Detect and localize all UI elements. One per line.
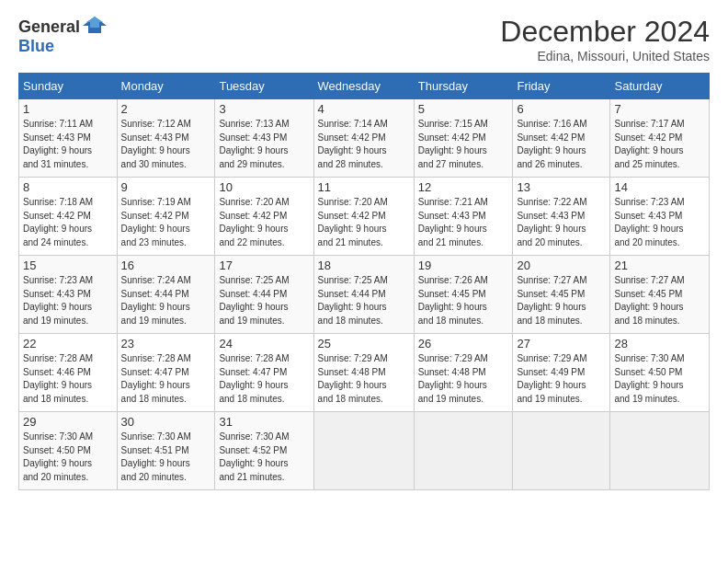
day-number: 9 — [121, 180, 211, 194]
calendar-cell: 25Sunrise: 7:29 AM Sunset: 4:48 PM Dayli… — [313, 334, 414, 412]
day-number: 27 — [517, 337, 606, 350]
calendar-cell — [313, 412, 414, 490]
calendar-cell: 30Sunrise: 7:30 AM Sunset: 4:51 PM Dayli… — [117, 412, 215, 490]
calendar-cell: 10Sunrise: 7:20 AM Sunset: 4:42 PM Dayli… — [215, 178, 313, 256]
day-number: 28 — [614, 337, 705, 350]
day-info: Sunrise: 7:20 AM Sunset: 4:42 PM Dayligh… — [318, 196, 410, 249]
calendar-week-5: 29Sunrise: 7:30 AM Sunset: 4:50 PM Dayli… — [19, 412, 710, 490]
logo-bird-icon — [83, 15, 107, 39]
calendar-cell: 19Sunrise: 7:26 AM Sunset: 4:45 PM Dayli… — [414, 256, 513, 334]
day-number: 16 — [121, 259, 211, 272]
day-number: 21 — [614, 259, 705, 272]
day-info: Sunrise: 7:27 AM Sunset: 4:45 PM Dayligh… — [517, 274, 606, 327]
calendar-cell: 20Sunrise: 7:27 AM Sunset: 4:45 PM Dayli… — [513, 256, 610, 334]
day-info: Sunrise: 7:25 AM Sunset: 4:44 PM Dayligh… — [219, 274, 309, 327]
day-number: 11 — [318, 180, 410, 194]
logo-blue-text: Blue — [18, 37, 54, 56]
calendar-cell: 23Sunrise: 7:28 AM Sunset: 4:47 PM Dayli… — [117, 334, 215, 412]
day-number: 26 — [418, 337, 509, 350]
day-info: Sunrise: 7:18 AM Sunset: 4:42 PM Dayligh… — [23, 196, 113, 249]
day-info: Sunrise: 7:12 AM Sunset: 4:43 PM Dayligh… — [121, 118, 211, 171]
day-number: 10 — [219, 180, 309, 194]
day-info: Sunrise: 7:14 AM Sunset: 4:42 PM Dayligh… — [318, 118, 410, 171]
calendar-cell: 11Sunrise: 7:20 AM Sunset: 4:42 PM Dayli… — [313, 178, 414, 256]
day-number: 22 — [23, 337, 113, 350]
day-number: 20 — [517, 259, 606, 272]
title-area: December 2024 Edina, Missouri, United St… — [500, 15, 710, 63]
day-info: Sunrise: 7:20 AM Sunset: 4:42 PM Dayligh… — [219, 196, 309, 249]
day-number: 2 — [121, 102, 211, 116]
day-number: 29 — [23, 415, 113, 429]
day-info: Sunrise: 7:22 AM Sunset: 4:43 PM Dayligh… — [517, 196, 606, 249]
calendar-header-saturday: Saturday — [610, 74, 710, 99]
calendar-cell: 29Sunrise: 7:30 AM Sunset: 4:50 PM Dayli… — [19, 412, 118, 490]
calendar-header-sunday: Sunday — [19, 74, 118, 99]
calendar-cell: 2Sunrise: 7:12 AM Sunset: 4:43 PM Daylig… — [117, 99, 215, 178]
day-number: 4 — [318, 102, 410, 116]
main-title: December 2024 — [500, 15, 710, 49]
calendar-cell: 7Sunrise: 7:17 AM Sunset: 4:42 PM Daylig… — [610, 99, 710, 178]
day-number: 18 — [318, 259, 410, 272]
day-number: 3 — [219, 102, 309, 116]
calendar-cell: 24Sunrise: 7:28 AM Sunset: 4:47 PM Dayli… — [215, 334, 313, 412]
calendar-table: SundayMondayTuesdayWednesdayThursdayFrid… — [18, 73, 710, 490]
calendar-cell: 13Sunrise: 7:22 AM Sunset: 4:43 PM Dayli… — [513, 178, 610, 256]
calendar-cell: 22Sunrise: 7:28 AM Sunset: 4:46 PM Dayli… — [19, 334, 118, 412]
day-info: Sunrise: 7:28 AM Sunset: 4:47 PM Dayligh… — [219, 352, 309, 406]
calendar-cell: 16Sunrise: 7:24 AM Sunset: 4:44 PM Dayli… — [117, 256, 215, 334]
calendar-cell: 6Sunrise: 7:16 AM Sunset: 4:42 PM Daylig… — [513, 99, 610, 178]
day-number: 23 — [121, 337, 211, 350]
calendar-cell — [513, 412, 610, 490]
day-info: Sunrise: 7:24 AM Sunset: 4:44 PM Dayligh… — [121, 274, 211, 327]
day-info: Sunrise: 7:16 AM Sunset: 4:42 PM Dayligh… — [517, 118, 606, 171]
day-info: Sunrise: 7:23 AM Sunset: 4:43 PM Dayligh… — [614, 196, 705, 249]
calendar-cell — [610, 412, 710, 490]
day-info: Sunrise: 7:30 AM Sunset: 4:51 PM Dayligh… — [121, 431, 211, 484]
calendar-cell: 5Sunrise: 7:15 AM Sunset: 4:42 PM Daylig… — [414, 99, 513, 178]
day-info: Sunrise: 7:29 AM Sunset: 4:48 PM Dayligh… — [418, 352, 509, 406]
calendar-cell — [414, 412, 513, 490]
calendar-header-tuesday: Tuesday — [215, 74, 313, 99]
day-info: Sunrise: 7:26 AM Sunset: 4:45 PM Dayligh… — [418, 274, 509, 327]
calendar-cell: 27Sunrise: 7:29 AM Sunset: 4:49 PM Dayli… — [513, 334, 610, 412]
logo-general-text: General — [18, 17, 80, 37]
day-info: Sunrise: 7:30 AM Sunset: 4:52 PM Dayligh… — [219, 431, 309, 484]
day-number: 13 — [517, 180, 606, 194]
calendar-cell: 3Sunrise: 7:13 AM Sunset: 4:43 PM Daylig… — [215, 99, 313, 178]
calendar-cell: 17Sunrise: 7:25 AM Sunset: 4:44 PM Dayli… — [215, 256, 313, 334]
day-number: 30 — [121, 415, 211, 429]
logo: General Blue — [18, 15, 107, 56]
day-number: 31 — [219, 415, 309, 429]
day-info: Sunrise: 7:17 AM Sunset: 4:42 PM Dayligh… — [614, 118, 705, 171]
day-number: 5 — [418, 102, 509, 116]
day-number: 12 — [418, 180, 509, 194]
calendar-header-row: SundayMondayTuesdayWednesdayThursdayFrid… — [19, 74, 710, 99]
calendar-cell: 18Sunrise: 7:25 AM Sunset: 4:44 PM Dayli… — [313, 256, 414, 334]
calendar-cell: 12Sunrise: 7:21 AM Sunset: 4:43 PM Dayli… — [414, 178, 513, 256]
calendar-cell: 28Sunrise: 7:30 AM Sunset: 4:50 PM Dayli… — [610, 334, 710, 412]
calendar-cell: 15Sunrise: 7:23 AM Sunset: 4:43 PM Dayli… — [19, 256, 118, 334]
day-number: 7 — [614, 102, 705, 116]
day-info: Sunrise: 7:28 AM Sunset: 4:46 PM Dayligh… — [23, 352, 113, 406]
calendar-header-wednesday: Wednesday — [313, 74, 414, 99]
page: General Blue December 2024 Edina, Missou… — [0, 0, 728, 500]
day-number: 19 — [418, 259, 509, 272]
day-number: 14 — [614, 180, 705, 194]
calendar-header-friday: Friday — [513, 74, 610, 99]
calendar-header-monday: Monday — [117, 74, 215, 99]
calendar-cell: 1Sunrise: 7:11 AM Sunset: 4:43 PM Daylig… — [19, 99, 118, 178]
day-number: 24 — [219, 337, 309, 350]
day-info: Sunrise: 7:28 AM Sunset: 4:47 PM Dayligh… — [121, 352, 211, 406]
calendar-header-thursday: Thursday — [414, 74, 513, 99]
day-info: Sunrise: 7:21 AM Sunset: 4:43 PM Dayligh… — [418, 196, 509, 249]
day-info: Sunrise: 7:29 AM Sunset: 4:48 PM Dayligh… — [318, 352, 410, 406]
day-number: 25 — [318, 337, 410, 350]
calendar-cell: 21Sunrise: 7:27 AM Sunset: 4:45 PM Dayli… — [610, 256, 710, 334]
calendar-cell: 8Sunrise: 7:18 AM Sunset: 4:42 PM Daylig… — [19, 178, 118, 256]
calendar-cell: 4Sunrise: 7:14 AM Sunset: 4:42 PM Daylig… — [313, 99, 414, 178]
day-info: Sunrise: 7:30 AM Sunset: 4:50 PM Dayligh… — [614, 352, 705, 406]
day-number: 15 — [23, 259, 113, 272]
calendar-week-2: 8Sunrise: 7:18 AM Sunset: 4:42 PM Daylig… — [19, 178, 710, 256]
calendar-cell: 9Sunrise: 7:19 AM Sunset: 4:42 PM Daylig… — [117, 178, 215, 256]
subtitle: Edina, Missouri, United States — [500, 49, 710, 63]
